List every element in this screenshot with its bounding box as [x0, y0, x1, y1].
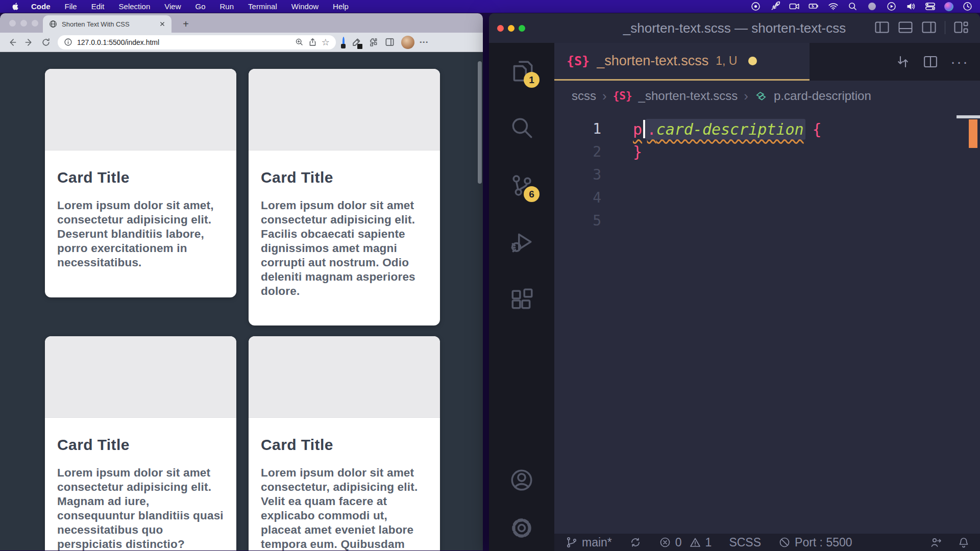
card: Card Title Lorem ipsum dolor sit amet, c… — [45, 69, 236, 297]
password-manager-extension-icon[interactable] — [342, 38, 345, 47]
toggle-panel-icon[interactable] — [898, 20, 913, 35]
zoom-page-icon[interactable] — [295, 38, 304, 46]
chevron-right-icon: › — [602, 88, 607, 104]
do-not-disturb-icon[interactable] — [867, 1, 877, 12]
run-debug-icon[interactable] — [509, 230, 534, 255]
menu-selection[interactable]: Selection — [119, 2, 151, 11]
siri-icon[interactable] — [944, 2, 953, 11]
browser-traffic-lights — [9, 20, 38, 27]
problems-item[interactable]: 0 1 — [659, 536, 712, 549]
clock-icon[interactable] — [962, 1, 973, 12]
sass-file-icon: {S} — [567, 54, 590, 68]
activity-bar: 1 6 — [489, 43, 554, 551]
extensions-puzzle-icon[interactable] — [368, 37, 378, 47]
code-line-5[interactable]: 5 — [554, 209, 980, 232]
line-number: 3 — [554, 166, 601, 183]
editor-tab[interactable]: {S} _shorten-text.scss 1, U — [554, 43, 810, 81]
reload-icon[interactable] — [41, 37, 51, 47]
url-text[interactable]: 127.0.0.1:5500/index.html — [77, 38, 290, 46]
code-line-2[interactable]: 2 } — [554, 140, 980, 163]
toggle-sidebar-icon[interactable] — [874, 20, 890, 35]
code-line-3[interactable]: 3 — [554, 163, 980, 186]
more-actions-icon[interactable]: ··· — [950, 54, 969, 69]
share-icon[interactable] — [308, 38, 317, 46]
page-scrollbar[interactable] — [478, 61, 482, 184]
warning-overview-marker — [969, 119, 977, 148]
editor-tab-label: _shorten-text.scss — [597, 53, 708, 69]
menu-bar-status-icons — [750, 1, 973, 12]
zoom-window-button[interactable] — [32, 20, 38, 27]
extensions-icon[interactable] — [509, 287, 534, 312]
split-editor-icon[interactable] — [923, 54, 938, 69]
menu-edit[interactable]: Edit — [91, 2, 105, 11]
open-brace-token: { — [813, 120, 822, 138]
macos-menu-bar: Code File Edit Selection View Go Run Ter… — [0, 0, 980, 13]
record-icon[interactable] — [750, 1, 761, 12]
menu-run[interactable]: Run — [220, 2, 234, 11]
breadcrumbs: scss › {S} _shorten-text.scss › p.card-d… — [554, 81, 980, 111]
card-image-placeholder — [45, 69, 236, 151]
battery-charging-icon[interactable] — [808, 1, 819, 12]
card-grid: Card Title Lorem ipsum dolor sit amet, c… — [45, 69, 440, 550]
toggle-secondary-sidebar-icon[interactable] — [921, 20, 937, 35]
wifi-icon[interactable] — [828, 1, 839, 12]
forward-icon[interactable] — [24, 37, 34, 47]
breadcrumb-file[interactable]: _shorten-text.scss — [639, 89, 738, 103]
control-center-icon[interactable] — [925, 1, 936, 12]
side-panel-icon[interactable] — [385, 37, 395, 47]
rocket-icon[interactable] — [770, 1, 780, 12]
line-number: 2 — [554, 143, 601, 160]
settings-gear-icon[interactable] — [509, 515, 534, 541]
apple-logo-icon[interactable] — [11, 2, 20, 11]
card-description: Lorem ipsum dolor sit amet, consectetur … — [57, 198, 224, 270]
close-tab-icon[interactable] — [158, 20, 166, 28]
source-control-icon[interactable]: 6 — [509, 172, 534, 198]
breadcrumb-folder[interactable]: scss — [572, 89, 596, 103]
search-icon[interactable] — [509, 115, 534, 141]
menu-view[interactable]: View — [164, 2, 181, 11]
site-info-icon[interactable] — [64, 38, 72, 46]
card-title: Card Title — [261, 169, 428, 186]
notifications-bell-icon[interactable] — [958, 536, 970, 548]
browser-menu-icon[interactable]: ⋮ — [421, 38, 426, 46]
explorer-badge: 1 — [524, 72, 540, 88]
close-window-button[interactable] — [9, 20, 16, 27]
live-server-port-item[interactable]: Port : 5500 — [778, 536, 852, 549]
minimize-window-button[interactable] — [20, 20, 27, 27]
new-tab-button[interactable]: + — [180, 18, 192, 30]
browser-tab[interactable]: Shorten Text With CSS — [43, 15, 172, 33]
customize-layout-icon[interactable] — [953, 20, 969, 35]
unsaved-changes-dot[interactable] — [748, 57, 757, 65]
circle-slash-icon — [778, 536, 791, 548]
card-image-placeholder — [249, 336, 440, 418]
volume-icon[interactable] — [905, 1, 916, 12]
breadcrumb-symbol[interactable]: p.card-description — [774, 89, 871, 103]
sync-icon[interactable] — [629, 536, 642, 548]
menu-file[interactable]: File — [65, 2, 77, 11]
menu-go[interactable]: Go — [195, 2, 206, 11]
back-icon[interactable] — [7, 37, 17, 47]
code-line-4[interactable]: 4 — [554, 186, 980, 209]
open-changes-icon[interactable] — [895, 54, 911, 69]
color-picker-extension-icon[interactable] — [351, 37, 361, 47]
vscode-window: _shorten-text.scss — shorten-text-css 1 … — [489, 13, 980, 551]
active-app-menu[interactable]: Code — [31, 2, 51, 11]
screen-mirroring-icon[interactable] — [886, 1, 897, 12]
code-line-1[interactable]: 1 p.card-description{ — [554, 117, 980, 140]
scss-tag-token: p — [633, 120, 642, 138]
git-branch-item[interactable]: main* — [566, 536, 612, 549]
spotlight-search-icon[interactable] — [847, 1, 858, 12]
menu-terminal[interactable]: Terminal — [248, 2, 277, 11]
menu-window[interactable]: Window — [291, 2, 318, 11]
profile-avatar[interactable] — [401, 36, 414, 49]
feedback-person-icon[interactable] — [930, 536, 942, 548]
globe-favicon — [49, 20, 57, 28]
bookmark-star-icon[interactable]: ☆ — [322, 38, 330, 47]
screen-record-camera-icon[interactable] — [789, 1, 800, 12]
language-mode[interactable]: SCSS — [729, 536, 761, 549]
address-bar[interactable]: 127.0.0.1:5500/index.html ☆ — [58, 35, 336, 49]
menu-help[interactable]: Help — [333, 2, 349, 11]
account-icon[interactable] — [509, 467, 534, 493]
code-editor[interactable]: 1 p.card-description{ 2 } 3 4 5 — [554, 111, 980, 534]
explorer-icon[interactable]: 1 — [509, 58, 534, 84]
